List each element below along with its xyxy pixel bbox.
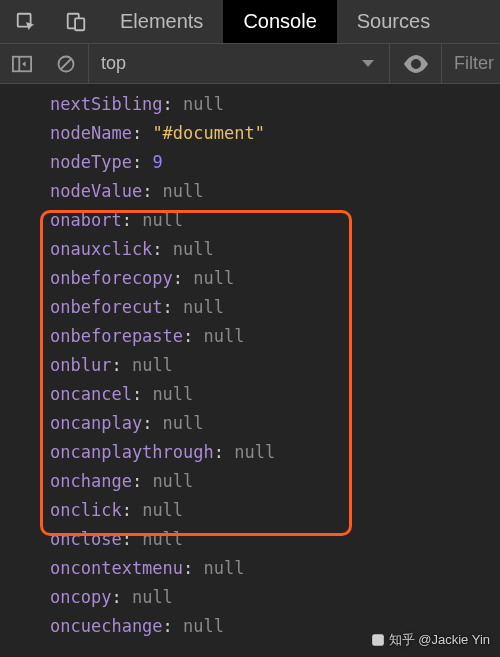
colon: :: [122, 210, 142, 230]
colon: :: [132, 123, 152, 143]
property-value: null: [163, 413, 204, 433]
object-property-row[interactable]: onauxclick: null: [50, 235, 500, 264]
object-property-row[interactable]: onchange: null: [50, 467, 500, 496]
property-key: onbeforecut: [50, 297, 163, 317]
colon: :: [132, 384, 152, 404]
object-property-row[interactable]: onblur: null: [50, 351, 500, 380]
object-property-row[interactable]: onbeforecut: null: [50, 293, 500, 322]
property-value: null: [142, 210, 183, 230]
property-key: nodeType: [50, 152, 132, 172]
object-property-row[interactable]: onabort: null: [50, 206, 500, 235]
property-key: onblur: [50, 355, 111, 375]
property-key: nextSibling: [50, 94, 163, 114]
property-key: onabort: [50, 210, 122, 230]
svg-rect-8: [372, 634, 384, 646]
colon: :: [142, 181, 162, 201]
console-output: nextSibling: nullnodeName: "#document"no…: [0, 84, 500, 641]
colon: :: [173, 268, 193, 288]
devtools-tab-bar: Elements Console Sources: [0, 0, 500, 44]
object-property-row[interactable]: onclose: null: [50, 525, 500, 554]
property-value: null: [142, 529, 183, 549]
property-key: oncanplay: [50, 413, 142, 433]
console-sidebar-toggle-icon[interactable]: [0, 44, 44, 83]
svg-line-6: [61, 59, 71, 69]
property-value: null: [193, 268, 234, 288]
console-toolbar: top Filter: [0, 44, 500, 84]
tab-sources[interactable]: Sources: [337, 0, 450, 43]
property-value: null: [204, 558, 245, 578]
object-property-row[interactable]: oncopy: null: [50, 583, 500, 612]
colon: :: [163, 616, 183, 636]
property-key: onchange: [50, 471, 132, 491]
property-key: onauxclick: [50, 239, 152, 259]
filter-input[interactable]: Filter: [442, 44, 500, 83]
property-key: oncuechange: [50, 616, 163, 636]
execution-context-selector[interactable]: top: [88, 44, 390, 83]
filter-placeholder: Filter: [454, 53, 494, 74]
object-property-row[interactable]: onclick: null: [50, 496, 500, 525]
object-property-row[interactable]: onbeforecopy: null: [50, 264, 500, 293]
clear-console-icon[interactable]: [44, 44, 88, 83]
property-value: null: [173, 239, 214, 259]
tab-console[interactable]: Console: [223, 0, 336, 43]
zhihu-icon: [371, 633, 385, 647]
property-value: null: [163, 181, 204, 201]
property-key: oncopy: [50, 587, 111, 607]
property-key: oncontextmenu: [50, 558, 183, 578]
live-expression-icon[interactable]: [390, 44, 442, 83]
object-property-row[interactable]: onbeforepaste: null: [50, 322, 500, 351]
object-property-row[interactable]: oncanplaythrough: null: [50, 438, 500, 467]
object-property-row[interactable]: nextSibling: null: [50, 90, 500, 119]
property-value: "#document": [152, 123, 265, 143]
property-key: onbeforecopy: [50, 268, 173, 288]
property-key: nodeName: [50, 123, 132, 143]
property-value: null: [183, 616, 224, 636]
colon: :: [111, 355, 131, 375]
chevron-down-icon: [361, 59, 375, 69]
colon: :: [142, 413, 162, 433]
property-key: onclose: [50, 529, 122, 549]
property-value: null: [183, 297, 224, 317]
property-value: null: [234, 442, 275, 462]
colon: :: [163, 297, 183, 317]
object-property-row[interactable]: nodeValue: null: [50, 177, 500, 206]
colon: :: [132, 152, 152, 172]
colon: :: [152, 239, 172, 259]
object-property-row[interactable]: oncanplay: null: [50, 409, 500, 438]
colon: :: [132, 471, 152, 491]
property-key: nodeValue: [50, 181, 142, 201]
property-value: null: [132, 587, 173, 607]
context-label: top: [101, 53, 126, 74]
colon: :: [214, 442, 234, 462]
property-value: null: [142, 500, 183, 520]
property-key: oncancel: [50, 384, 132, 404]
object-property-row[interactable]: nodeName: "#document": [50, 119, 500, 148]
colon: :: [122, 529, 142, 549]
svg-rect-2: [75, 18, 84, 30]
tab-elements[interactable]: Elements: [100, 0, 223, 43]
property-value: 9: [152, 152, 162, 172]
property-key: onbeforepaste: [50, 326, 183, 346]
device-toolbar-icon[interactable]: [52, 0, 100, 43]
inspect-element-icon[interactable]: [0, 0, 52, 43]
watermark-text: 知乎 @Jackie Yin: [389, 631, 490, 649]
property-value: null: [152, 471, 193, 491]
property-value: null: [152, 384, 193, 404]
object-property-row[interactable]: oncancel: null: [50, 380, 500, 409]
svg-point-7: [413, 61, 418, 66]
colon: :: [183, 326, 203, 346]
property-key: oncanplaythrough: [50, 442, 214, 462]
colon: :: [122, 500, 142, 520]
object-property-row[interactable]: oncontextmenu: null: [50, 554, 500, 583]
colon: :: [183, 558, 203, 578]
colon: :: [163, 94, 183, 114]
colon: :: [111, 587, 131, 607]
property-value: null: [132, 355, 173, 375]
watermark: 知乎 @Jackie Yin: [371, 631, 490, 649]
object-property-row[interactable]: nodeType: 9: [50, 148, 500, 177]
property-key: onclick: [50, 500, 122, 520]
property-value: null: [183, 94, 224, 114]
property-value: null: [204, 326, 245, 346]
